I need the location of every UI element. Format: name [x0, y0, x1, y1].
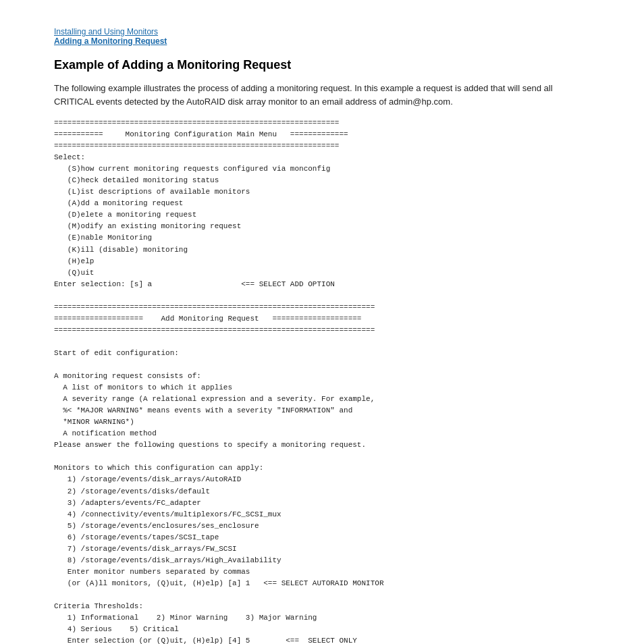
breadcrumb-current[interactable]: Adding a Monitoring Request: [54, 36, 590, 46]
section-title: Example of Adding a Monitoring Request: [54, 58, 590, 72]
code-block: ========================================…: [54, 117, 590, 644]
page: Installing and Using Monitors Adding a M…: [0, 0, 644, 644]
breadcrumb: Installing and Using Monitors Adding a M…: [54, 27, 590, 46]
breadcrumb-parent[interactable]: Installing and Using Monitors: [54, 27, 590, 36]
intro-paragraph: The following example illustrates the pr…: [54, 82, 590, 108]
